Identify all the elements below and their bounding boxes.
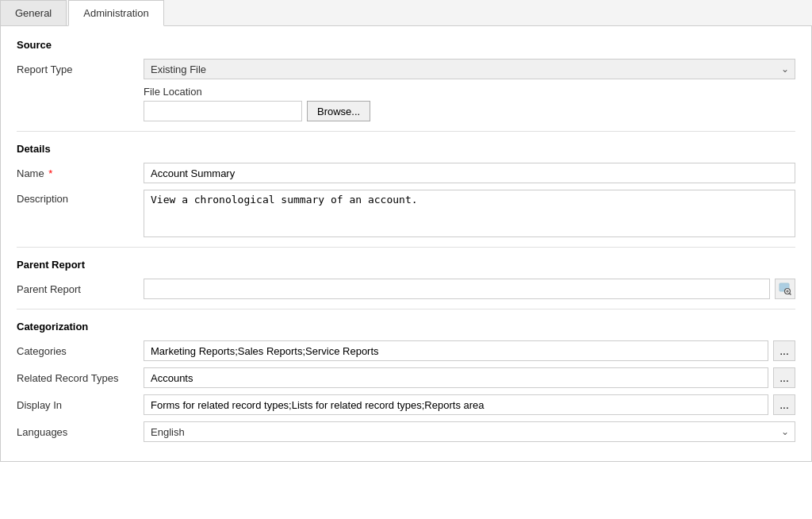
name-row: Name *: [17, 163, 795, 183]
description-field: [144, 190, 795, 237]
report-type-select-wrapper: Existing File ⌄: [144, 59, 795, 79]
report-type-field: Existing File ⌄: [144, 59, 795, 79]
report-type-select[interactable]: Existing File: [144, 59, 795, 79]
display-in-label: Display In: [17, 399, 144, 411]
related-record-types-input[interactable]: [144, 367, 768, 388]
categorization-section-title: Categorization: [17, 321, 795, 333]
main-content: Source Report Type Existing File ⌄ File …: [0, 26, 812, 462]
parent-report-input[interactable]: [144, 279, 770, 299]
name-required-indicator: *: [46, 167, 53, 179]
svg-line-2: [790, 294, 791, 295]
related-record-types-field: ...: [144, 367, 795, 388]
languages-select-wrapper: English French German Spanish ⌄: [144, 421, 795, 442]
parent-report-label: Parent Report: [17, 283, 144, 295]
related-record-types-ellipsis-button[interactable]: ...: [773, 367, 795, 388]
name-label: Name *: [17, 167, 144, 179]
related-record-types-row: Related Record Types ...: [17, 367, 795, 388]
categories-input[interactable]: [144, 340, 768, 361]
parent-report-separator: [17, 309, 795, 309]
name-field: [144, 163, 795, 183]
categories-row: Categories ...: [17, 340, 795, 361]
description-label: Description: [17, 190, 144, 205]
languages-select[interactable]: English French German Spanish: [144, 421, 795, 442]
tab-administration[interactable]: Administration: [68, 0, 163, 26]
report-type-label: Report Type: [17, 63, 144, 75]
tab-general[interactable]: General: [0, 0, 67, 25]
languages-row: Languages English French German Spanish …: [17, 421, 795, 442]
parent-report-row: Parent Report: [17, 279, 795, 299]
parent-report-section-title: Parent Report: [17, 259, 795, 271]
details-separator: [17, 247, 795, 248]
file-location-row: Browse...: [144, 101, 795, 121]
source-separator: [17, 131, 795, 132]
report-type-row: Report Type Existing File ⌄: [17, 59, 795, 79]
categories-label: Categories: [17, 345, 144, 357]
related-record-types-label: Related Record Types: [17, 372, 144, 384]
parent-report-lookup-button[interactable]: [775, 279, 795, 299]
name-input[interactable]: [144, 163, 795, 183]
lookup-icon: [779, 283, 791, 295]
display-in-row: Display In ...: [17, 394, 795, 415]
categories-field: ...: [144, 340, 795, 361]
languages-field: English French German Spanish ⌄: [144, 421, 795, 442]
display-in-field: ...: [144, 394, 795, 415]
details-section-title: Details: [17, 143, 795, 155]
browse-button[interactable]: Browse...: [307, 101, 370, 121]
file-location-label: File Location: [144, 86, 795, 98]
languages-label: Languages: [17, 426, 144, 438]
parent-report-field: [144, 279, 795, 299]
file-location-input[interactable]: [144, 101, 302, 121]
description-row: Description: [17, 190, 795, 237]
tabs-container: General Administration: [0, 0, 812, 26]
source-section-title: Source: [17, 39, 795, 51]
display-in-ellipsis-button[interactable]: ...: [773, 394, 795, 415]
description-textarea[interactable]: [144, 190, 795, 237]
categories-ellipsis-button[interactable]: ...: [773, 340, 795, 361]
display-in-input[interactable]: [144, 394, 768, 415]
